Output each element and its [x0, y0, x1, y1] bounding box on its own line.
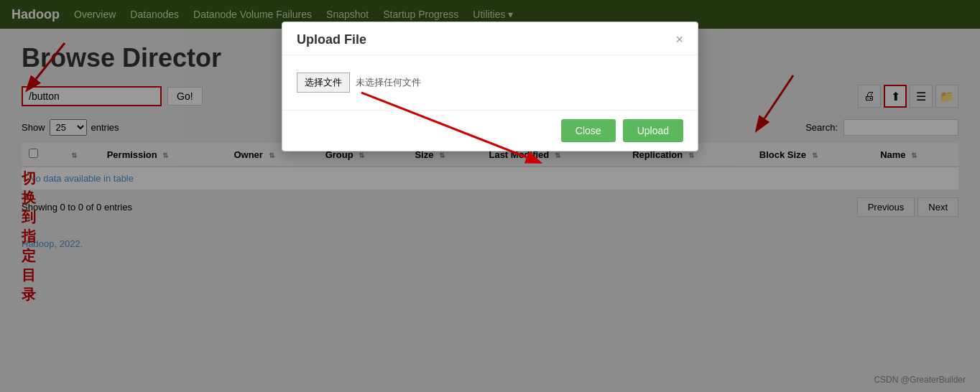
modal-upload-button[interactable]: Upload [623, 119, 683, 142]
choose-file-button[interactable]: 选择文件 [297, 73, 350, 93]
modal-close-x-button[interactable]: × [675, 32, 683, 47]
modal-close-button[interactable]: Close [561, 119, 616, 142]
modal-body: 选择文件 未选择任何文件 [282, 55, 698, 110]
modal-header: Upload File × [282, 22, 698, 55]
no-file-label: 未选择任何文件 [356, 76, 421, 89]
file-input-area: 选择文件 未选择任何文件 [297, 73, 683, 93]
modal-overlay: Upload File × 选择文件 未选择任何文件 [0, 0, 980, 392]
upload-modal: Upload File × 选择文件 未选择任何文件 [282, 22, 698, 151]
modal-title: Upload File [297, 32, 366, 47]
modal-footer: Close Upload [282, 110, 698, 151]
